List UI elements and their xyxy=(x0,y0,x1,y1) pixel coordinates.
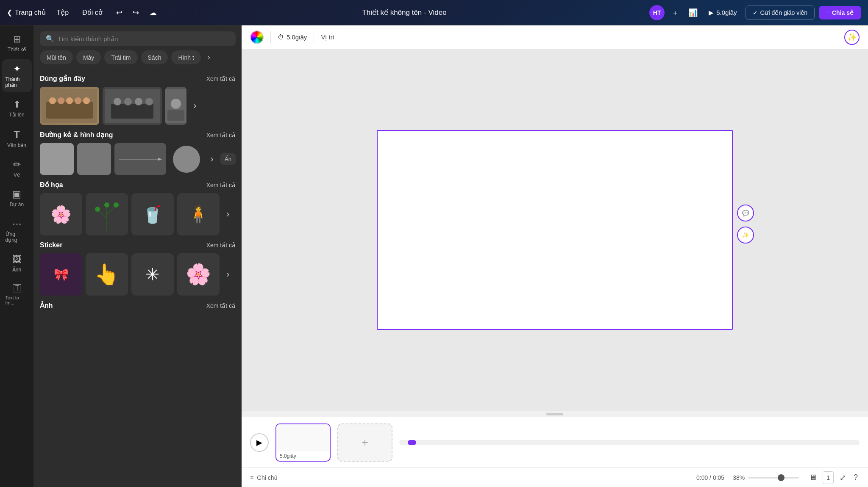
svg-rect-15 xyxy=(167,110,184,121)
toolbar-position[interactable]: Vị trí xyxy=(321,33,334,41)
graphics-title: Đồ họa xyxy=(40,181,63,189)
add-button[interactable]: ＋ xyxy=(669,5,682,20)
sidebar-item-design[interactable]: ⊞ Thiết kế xyxy=(2,30,32,57)
zoom-slider-thumb[interactable] xyxy=(778,474,785,481)
cloud-save-icon[interactable]: ☁ xyxy=(147,6,159,20)
photos-title: Ảnh xyxy=(40,302,53,310)
back-button[interactable]: ❮ Trang chủ xyxy=(7,8,46,17)
main-body: ⊞ Thiết kế ✦ Thành phần ⬆ Tải lên T Văn … xyxy=(0,25,868,487)
page-number[interactable]: 1 xyxy=(823,471,834,484)
tags-more-button[interactable]: › xyxy=(204,50,214,64)
shape-circle[interactable] xyxy=(170,143,203,175)
toolbar-time[interactable]: ⏱ 5.0giây xyxy=(278,33,307,41)
svg-point-2 xyxy=(49,97,56,104)
svg-point-12 xyxy=(145,98,153,105)
recent-images-more-button[interactable]: › xyxy=(190,87,200,125)
monitor-icon[interactable]: 🖥 xyxy=(807,471,818,484)
svg-point-24 xyxy=(114,202,119,208)
recent-image-1[interactable] xyxy=(40,87,99,125)
notes-button[interactable]: ≡ Ghi chú xyxy=(250,474,277,481)
avatar[interactable]: HT xyxy=(649,5,665,20)
timeline-scrollbar[interactable] xyxy=(399,440,860,445)
sticker-flower[interactable]: 🌸 xyxy=(177,253,220,296)
add-frame-button[interactable]: + xyxy=(337,423,392,462)
sidebar-item-photos[interactable]: 🖼 Ảnh xyxy=(2,250,32,277)
sidebar-item-draw[interactable]: ✏ Vẽ xyxy=(2,155,32,182)
sticker-hand[interactable]: 👆 xyxy=(86,253,128,296)
graphic-character[interactable]: 🧍 xyxy=(177,193,220,235)
sidebar-item-text[interactable]: T Văn bản xyxy=(2,125,32,152)
color-picker[interactable] xyxy=(250,30,264,44)
chevron-left-icon: ❮ xyxy=(7,8,12,17)
photos-see-all[interactable]: Xem tất cả xyxy=(206,302,236,309)
svg-point-6 xyxy=(83,97,90,104)
stickers-more-button[interactable]: › xyxy=(223,253,233,296)
graphics-see-all[interactable]: Xem tất cả xyxy=(206,182,236,188)
tag-book[interactable]: Sách xyxy=(141,50,168,64)
lines-see-all[interactable]: Xem tất cả xyxy=(206,132,236,138)
redo-icon[interactable]: ↪ xyxy=(130,6,142,20)
search-input[interactable] xyxy=(58,35,230,42)
shape-rect[interactable] xyxy=(77,143,111,175)
svg-point-4 xyxy=(66,97,73,104)
sidebar-item-apps[interactable]: ⋯ Ứng dụng xyxy=(2,214,32,247)
canvas-magic-button[interactable]: ✨ xyxy=(737,227,754,244)
toolbar-right: ✨ xyxy=(844,30,860,45)
tag-shape[interactable]: Hình t xyxy=(171,50,200,64)
svg-marker-17 xyxy=(158,158,162,160)
graphics-grid: 🌸 🥤 🧍 › xyxy=(40,193,236,235)
play-preview-button[interactable]: ▶ 5.0giây xyxy=(704,6,741,19)
timeline-play-button[interactable]: ▶ xyxy=(250,433,269,452)
zoom-slider[interactable] xyxy=(748,477,799,479)
sticker-burst[interactable]: ✳ xyxy=(131,253,174,296)
graphic-flowers[interactable]: 🌸 xyxy=(40,193,82,235)
shapes-hide-button[interactable]: Ẩn xyxy=(220,153,236,165)
sticker-valentine[interactable]: 🎀 xyxy=(40,253,82,296)
recent-title: Dùng gần đây xyxy=(40,75,85,83)
graphics-section-header: Đồ họa Xem tất cả xyxy=(40,181,236,189)
svg-point-9 xyxy=(114,98,121,105)
graphics-more-button[interactable]: › xyxy=(223,193,233,235)
sidebar-item-upload[interactable]: ⬆ Tải lên xyxy=(2,95,32,122)
recent-image-3[interactable] xyxy=(165,87,186,125)
shape-square[interactable] xyxy=(40,143,74,175)
file-menu-button[interactable]: Tệp xyxy=(51,6,75,19)
resize-menu-button[interactable]: Đối cở xyxy=(76,6,108,19)
recent-image-2[interactable] xyxy=(103,87,162,125)
fullscreen-icon[interactable]: ⤢ xyxy=(838,471,848,484)
svg-point-10 xyxy=(124,98,132,105)
tag-cloud[interactable]: Mây xyxy=(76,50,101,64)
sidebar-item-projects[interactable]: ▣ Dự án xyxy=(2,185,32,212)
undo-icon[interactable]: ↩ xyxy=(114,6,125,20)
magic-button[interactable]: ✨ xyxy=(844,30,860,45)
text-to-image-icon: 🅃 xyxy=(13,284,21,293)
svg-point-5 xyxy=(75,97,81,104)
shapes-more-button[interactable]: › xyxy=(207,151,217,167)
sticker-grid: 🎀 👆 ✳ 🌸 › xyxy=(40,253,236,296)
help-icon[interactable]: ? xyxy=(852,471,860,484)
share-button[interactable]: ↑ Chia sẻ xyxy=(819,6,861,19)
shapes-grid: › Ẩn xyxy=(40,143,236,175)
graphic-plant[interactable] xyxy=(86,193,128,235)
shape-line-arrow[interactable] xyxy=(114,143,166,175)
comment-button[interactable]: 💬 xyxy=(737,205,754,221)
top-nav: ❮ Trang chủ Tệp Đối cở ↩ ↪ ☁ Thiết kế kh… xyxy=(0,0,868,25)
analytics-icon[interactable]: 📊 xyxy=(686,6,700,20)
recent-see-all[interactable]: Xem tất cả xyxy=(206,75,236,82)
tag-arrow[interactable]: Mũi tên xyxy=(40,50,73,64)
icon-sidebar: ⊞ Thiết kế ✦ Thành phần ⬆ Tải lên T Văn … xyxy=(0,25,34,487)
nav-menu: Tệp Đối cở xyxy=(51,6,108,19)
svg-rect-8 xyxy=(111,104,153,119)
graphic-cola[interactable]: 🥤 xyxy=(131,193,174,235)
tag-heart[interactable]: Trái tim xyxy=(104,50,137,64)
send-teacher-button[interactable]: ✓ Gửi đến giáo viên xyxy=(746,6,815,20)
timeline-frame-1[interactable]: 5.0giây xyxy=(275,423,331,462)
search-icon: 🔍 xyxy=(46,35,54,43)
stickers-see-all[interactable]: Xem tất cả xyxy=(206,242,236,249)
design-canvas[interactable] xyxy=(377,130,733,330)
sidebar-item-text-to-image[interactable]: 🅃 Text to Im... xyxy=(2,279,32,310)
check-icon: ✓ xyxy=(753,9,758,16)
svg-point-23 xyxy=(95,207,100,212)
sidebar-item-elements[interactable]: ✦ Thành phần xyxy=(2,59,32,92)
status-icons: 🖥 1 ⤢ ? xyxy=(807,471,860,484)
